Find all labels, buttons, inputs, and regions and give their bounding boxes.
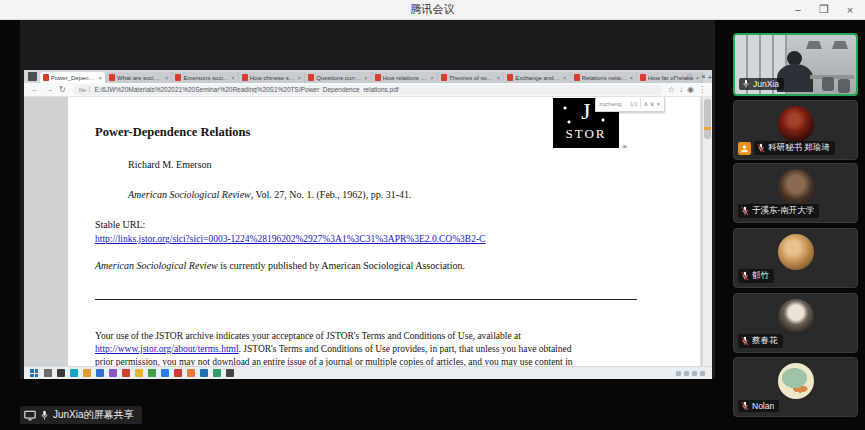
participant-tile[interactable]: 蔡春花 xyxy=(733,293,858,353)
taskbar-app-icon[interactable] xyxy=(122,369,130,377)
taskbar-app-icon[interactable] xyxy=(226,369,234,377)
participant-name-pill: 于溪东-南开大学 xyxy=(738,204,819,218)
share-label: JunXia的屏幕共享 xyxy=(53,408,134,422)
browser-window-controls: − □ × xyxy=(669,71,710,81)
taskbar-app-icon[interactable] xyxy=(109,369,117,377)
pdf-viewer: zucheng 1/1 ∧ ∨ × J STOR ® Power-Depende… xyxy=(24,97,712,366)
taskbar-app-icon[interactable] xyxy=(135,369,143,377)
terms-line-3: prior permission, you may not download a… xyxy=(95,357,573,366)
url-scheme-chip: file xyxy=(79,87,87,93)
tab-close-icon[interactable]: × xyxy=(165,75,169,81)
taskbar-app-icon[interactable] xyxy=(44,369,52,377)
back-icon[interactable]: ← xyxy=(31,85,39,94)
find-input[interactable]: zucheng xyxy=(599,101,630,107)
tab-close-icon[interactable]: × xyxy=(497,75,501,81)
tab-close-icon[interactable]: × xyxy=(563,75,567,81)
tab-close-icon[interactable]: × xyxy=(430,75,434,81)
taskbar-app-icon[interactable] xyxy=(70,369,78,377)
menu-icon[interactable]: ⋮ xyxy=(698,85,706,94)
pdf-favicon xyxy=(507,74,513,81)
close-button[interactable]: × xyxy=(837,0,863,19)
pdf-favicon xyxy=(375,74,381,81)
minimize-button[interactable]: − xyxy=(785,0,811,19)
screen-icon xyxy=(24,410,36,421)
pdf-favicon xyxy=(640,74,646,81)
browser-tab[interactable]: How chinese social e× xyxy=(239,72,305,83)
terms-line-1: Your use of the JSTOR archive indicates … xyxy=(95,331,521,341)
tab-close-icon[interactable]: × xyxy=(629,75,633,81)
participant-tile[interactable]: Nolan xyxy=(733,357,858,417)
browser-tab[interactable]: How relations resolv× xyxy=(372,72,438,83)
url-separator xyxy=(89,86,90,93)
pdf-viewer-margin xyxy=(24,97,69,366)
bookmark-icon[interactable]: ☆ xyxy=(668,85,675,94)
participant-name-pill: JunXia xyxy=(739,78,784,90)
stable-url-link[interactable]: http://links.jstor.org/sici?sici=0003-12… xyxy=(95,234,485,244)
publisher-line: American Sociological Review is currentl… xyxy=(95,260,465,271)
browser-navbar: ← → ↻ file E:/6JW%20Materials%202021%20S… xyxy=(24,83,712,97)
article-author: Richard M. Emerson xyxy=(128,159,212,170)
tab-close-icon[interactable]: × xyxy=(298,75,302,81)
participant-name-pill: 蔡春花 xyxy=(738,334,783,348)
taskbar-app-icon[interactable] xyxy=(187,369,195,377)
pdf-scrollbar[interactable] xyxy=(702,97,712,366)
taskbar-app-icon[interactable] xyxy=(96,369,104,377)
taskbar-app-icon[interactable] xyxy=(161,369,169,377)
address-bar[interactable]: file E:/6JW%20Materials%202021%20Seminar… xyxy=(73,85,662,95)
taskbar-app-icon[interactable] xyxy=(174,369,182,377)
taskbar-app-icon[interactable] xyxy=(213,369,221,377)
pdf-favicon xyxy=(109,74,115,81)
pdf-favicon xyxy=(43,74,49,81)
forward-icon[interactable]: → xyxy=(45,85,53,94)
browser-tab[interactable]: What are social exchan× xyxy=(106,72,172,83)
browser-tab[interactable]: Questions current an× xyxy=(305,72,371,83)
browser-tab-active[interactable]: Power_Dependence_relatio × xyxy=(40,72,106,83)
avatar xyxy=(778,169,814,205)
find-bar[interactable]: zucheng 1/1 ∧ ∨ × xyxy=(595,97,665,112)
download-icon[interactable]: ↓ xyxy=(679,85,683,94)
pdf-favicon xyxy=(308,74,314,81)
avatar xyxy=(778,106,814,142)
profile-icon[interactable]: ◉ xyxy=(687,85,694,94)
tab-close-icon[interactable]: × xyxy=(364,75,368,81)
mic-muted-icon xyxy=(741,401,749,411)
taskbar-app-icon[interactable] xyxy=(83,369,91,377)
lamp-shape xyxy=(806,41,822,49)
mic-on-icon xyxy=(40,410,49,421)
tab-close-icon[interactable]: × xyxy=(231,75,235,81)
participant-tile[interactable]: 科研秘书 郑瑜琦 xyxy=(733,100,858,160)
avatar xyxy=(778,363,814,399)
taskbar-app-icon[interactable] xyxy=(148,369,156,377)
find-next-icon[interactable]: ∨ xyxy=(650,100,654,107)
pdf-favicon xyxy=(242,74,248,81)
mic-on-icon xyxy=(742,79,750,89)
windows-start-icon[interactable] xyxy=(30,369,38,377)
mic-muted-icon xyxy=(741,336,749,346)
reload-icon[interactable]: ↻ xyxy=(59,85,66,94)
shared-browser-window: Power_Dependence_relatio × What are soci… xyxy=(24,70,712,366)
browser-close-button[interactable]: × xyxy=(697,71,710,81)
browser-tab[interactable]: Exchange and powe× xyxy=(504,72,570,83)
find-close-icon[interactable]: × xyxy=(656,101,660,107)
window-controls: − ❐ × xyxy=(785,0,863,19)
browser-tab[interactable]: Theories of social e× xyxy=(438,72,504,83)
tab-close-icon[interactable]: × xyxy=(98,75,102,81)
browser-tab[interactable]: Emersons social relat× xyxy=(172,72,238,83)
browser-maximize-button[interactable]: □ xyxy=(683,71,696,81)
find-previous-icon[interactable]: ∧ xyxy=(644,100,648,107)
browser-minimize-button[interactable]: − xyxy=(669,71,682,81)
system-tray[interactable] xyxy=(676,371,705,376)
restore-button[interactable]: ❐ xyxy=(811,0,837,19)
screen-share-indicator[interactable]: JunXia的屏幕共享 xyxy=(20,406,142,424)
terms-link[interactable]: http://www.jstor.org/about/terms.html xyxy=(95,344,239,354)
participant-tile[interactable]: JunXia xyxy=(733,33,858,96)
participant-tile[interactable]: 郁竹 xyxy=(733,228,858,288)
scrollbar-thumb[interactable] xyxy=(704,99,711,139)
taskbar-app-icon[interactable] xyxy=(200,369,208,377)
terms-line-2: http://www.jstor.org/about/terms.html. J… xyxy=(95,344,571,354)
taskbar-app-icon[interactable] xyxy=(57,369,65,377)
meeting-stage: Power_Dependence_relatio × What are soci… xyxy=(0,19,865,430)
pdf-favicon xyxy=(175,74,181,81)
participant-tile[interactable]: 于溪东-南开大学 xyxy=(733,163,858,223)
browser-tab[interactable]: Relations network× xyxy=(571,72,637,83)
